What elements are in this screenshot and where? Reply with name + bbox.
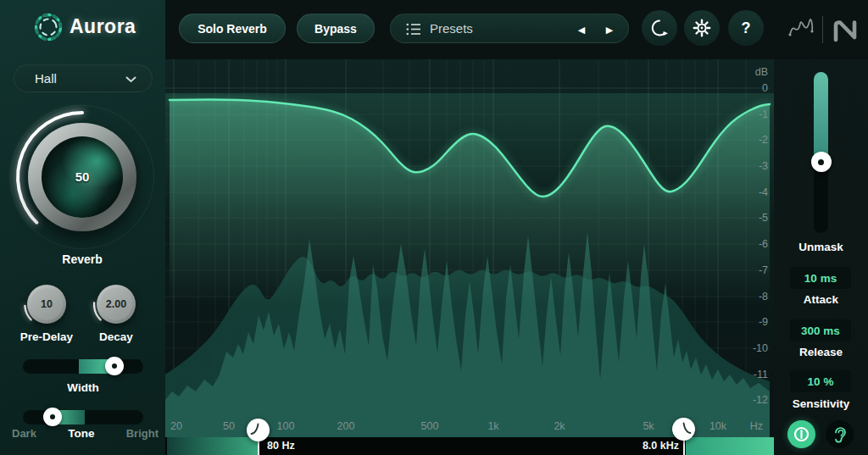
aurora-plugin-window: Aurora Hall 50 Reverb 10 Pre-Delay xyxy=(0,0,868,455)
low-cut-handle[interactable] xyxy=(247,419,270,441)
db-tick-label: -12 xyxy=(753,394,768,406)
ear-icon xyxy=(831,425,849,444)
chevron-down-icon xyxy=(125,76,136,83)
help-question-label: ? xyxy=(742,19,751,37)
hz-axis-label: Hz xyxy=(750,420,763,432)
history-button[interactable] xyxy=(642,10,677,46)
algorithm-value: Hall xyxy=(35,71,57,86)
reverb-label: Reverb xyxy=(10,252,154,266)
decay-label: Decay xyxy=(70,330,163,343)
freq-tick-label: 2k xyxy=(554,420,565,432)
history-undo-icon xyxy=(649,18,670,38)
attack-label: Attack xyxy=(774,293,868,306)
ni-logo xyxy=(832,19,862,42)
decay-knob-value: 2.00 xyxy=(93,298,139,310)
db-tick-label: -2 xyxy=(759,134,768,146)
tone-labels-row: Dark Tone Bright xyxy=(12,427,159,440)
width-slider-handle[interactable] xyxy=(105,357,124,375)
freq-tick-label: 10k xyxy=(709,420,727,432)
unmask-power-button[interactable] xyxy=(787,420,815,448)
tone-dark-label: Dark xyxy=(12,427,36,440)
algorithm-select[interactable]: Hall xyxy=(14,64,153,92)
db-axis-label: dB xyxy=(755,66,768,78)
spectrum-display[interactable]: dB0-1-2-3-4-5-6-7-8-9-10-11-122050100200… xyxy=(165,59,774,437)
db-tick-label: -11 xyxy=(754,369,768,380)
freq-tick-label: 1k xyxy=(487,420,499,432)
tone-label: Tone xyxy=(68,427,94,440)
freq-tick-label: 20 xyxy=(170,420,182,432)
db-tick-label: -1 xyxy=(759,108,768,120)
tone-slider[interactable] xyxy=(23,410,143,424)
db-tick-label: -4 xyxy=(759,186,768,198)
gear-icon xyxy=(692,18,712,38)
lowpass-curve-icon xyxy=(672,418,695,441)
help-button[interactable]: ? xyxy=(728,10,764,46)
solo-reverb-button[interactable]: Solo Reverb xyxy=(179,14,286,43)
left-panel: Aurora Hall 50 Reverb 10 Pre-Delay xyxy=(0,0,165,455)
db-tick-label: 0 xyxy=(762,82,768,94)
freq-tick-label: 500 xyxy=(421,420,439,432)
freq-tick-label: 50 xyxy=(223,420,235,432)
release-label: Release xyxy=(774,346,868,358)
listen-button[interactable] xyxy=(826,420,854,448)
app-title: Aurora xyxy=(70,15,136,38)
freq-tick-label: 100 xyxy=(277,420,295,432)
db-tick-label: -6 xyxy=(759,238,768,250)
high-cut-handle[interactable] xyxy=(672,418,695,441)
preset-next-button[interactable]: ▶ xyxy=(599,19,620,40)
sensitivity-label: Sensitivity xyxy=(774,397,868,410)
unmask-slider[interactable] xyxy=(814,72,828,233)
db-tick-label: -8 xyxy=(759,291,768,302)
db-tick-label: -9 xyxy=(759,316,768,328)
low-cut-range-bar xyxy=(167,437,259,455)
preset-prev-button[interactable]: ◀ xyxy=(571,19,592,40)
width-slider[interactable] xyxy=(23,359,143,374)
presets-label: Presets xyxy=(430,21,473,36)
predelay-knob[interactable]: 10 xyxy=(24,281,70,327)
presets-bar[interactable]: Presets ◀ ▶ xyxy=(390,14,629,43)
db-tick-label: -10 xyxy=(753,342,768,354)
decay-knob[interactable]: 2.00 xyxy=(93,281,139,327)
aurora-logo-icon xyxy=(31,9,66,45)
high-cut-range-bar xyxy=(686,437,774,455)
release-value[interactable]: 300 ms xyxy=(790,319,851,341)
sensitivity-value[interactable]: 10 % xyxy=(790,370,851,392)
highpass-curve-icon xyxy=(247,419,270,441)
settings-button[interactable] xyxy=(684,10,720,46)
right-panel: Unmask 10 ms Attack 300 ms Release 10 % … xyxy=(774,59,868,455)
reverb-knob[interactable]: 50 xyxy=(10,105,154,249)
preset-list-icon xyxy=(406,22,421,36)
freq-tick-label: 5k xyxy=(643,420,654,432)
width-label: Width xyxy=(23,381,143,394)
high-cut-value: 8.0 kHz xyxy=(643,440,679,452)
reverb-knob-value: 50 xyxy=(10,169,154,184)
tone-bright-label: Bright xyxy=(126,427,159,440)
izotope-scribble-logo xyxy=(784,12,818,46)
unmask-slider-handle[interactable] xyxy=(811,152,832,172)
db-tick-label: -3 xyxy=(759,160,768,172)
unmask-label: Unmask xyxy=(774,241,868,253)
predelay-knob-value: 10 xyxy=(24,298,70,310)
tone-slider-handle[interactable] xyxy=(43,408,62,426)
top-bar: Solo Reverb Bypass Presets ◀ ▶ xyxy=(165,0,868,59)
unmask-slider-fill xyxy=(814,72,828,162)
power-icon xyxy=(787,420,815,448)
attack-value[interactable]: 10 ms xyxy=(790,267,851,289)
db-tick-label: -5 xyxy=(759,212,768,224)
low-cut-value: 80 Hz xyxy=(267,440,295,452)
brand-divider xyxy=(822,16,823,43)
bypass-button[interactable]: Bypass xyxy=(297,14,375,43)
db-tick-label: -7 xyxy=(759,264,768,276)
freq-tick-label: 200 xyxy=(337,420,355,432)
